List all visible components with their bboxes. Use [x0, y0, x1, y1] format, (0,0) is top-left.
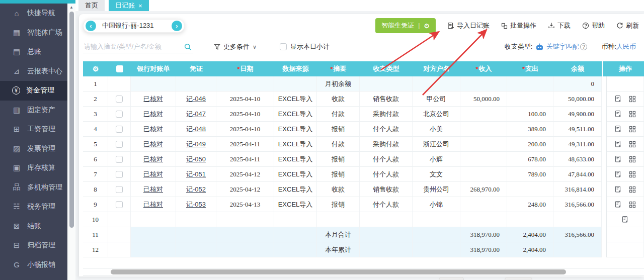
delete-voucher-icon[interactable]	[614, 185, 622, 193]
search-input[interactable]	[83, 40, 193, 53]
required-marker: *	[475, 65, 478, 73]
col-header-actions: 操作	[607, 61, 644, 76]
more-actions-icon[interactable]	[629, 126, 636, 133]
bank-statement-link[interactable]: 已核对	[143, 200, 163, 209]
search-icon[interactable]	[184, 43, 192, 51]
bank-statement-link[interactable]: 已核对	[143, 155, 163, 164]
bank-statement-link[interactable]: 已核对	[143, 125, 163, 134]
clipped-footer-button[interactable]	[439, 277, 464, 280]
row-checkbox[interactable]	[116, 126, 123, 133]
sidebar-item-invoice-mgmt[interactable]: ▨发票管理	[0, 139, 67, 159]
voucher-link[interactable]: 记-052	[186, 185, 206, 194]
cell-actions	[607, 152, 644, 167]
cell-voucher: 记-048	[176, 122, 216, 137]
row-checkbox[interactable]	[116, 186, 123, 193]
delete-voucher-icon[interactable]	[614, 201, 622, 208]
row-checkbox[interactable]	[116, 96, 123, 103]
smart-voucher-button[interactable]: 智能生凭证 | ⚙	[375, 18, 436, 33]
voucher-link[interactable]: 记-050	[186, 155, 206, 164]
more-actions-icon[interactable]	[629, 96, 636, 103]
col-header-voucher: 凭证	[176, 61, 216, 76]
sidebar-item-xiaochang[interactable]: G小畅报销	[0, 255, 67, 275]
voucher-link[interactable]: 记-048	[186, 125, 206, 134]
download-button[interactable]: 下载	[548, 21, 571, 30]
row-checkbox[interactable]	[116, 201, 123, 208]
bank-statement-link[interactable]: 已核对	[143, 110, 163, 119]
tab-home[interactable]: 首页	[78, 0, 105, 11]
sidebar-item-label: 固定资产	[27, 106, 55, 115]
account-selector-value: 中国银行-丽-1231	[101, 21, 167, 30]
more-actions-icon[interactable]	[629, 111, 636, 118]
daily-subtotal-toggle[interactable]: 显示本日小计	[280, 42, 330, 51]
sidebar-item-inventory[interactable]: ▣库存核算	[0, 158, 67, 178]
horizontal-scrollbar-thumb[interactable]	[111, 269, 566, 274]
more-actions-icon[interactable]	[629, 171, 636, 178]
refresh-button[interactable]: 刷新	[616, 21, 639, 30]
column-settings-gear-icon[interactable]: ⚙	[93, 65, 99, 73]
voucher-link[interactable]: 记-049	[186, 140, 206, 149]
more-actions-icon[interactable]	[629, 186, 636, 193]
keyword-help-icon[interactable]: ?	[580, 43, 587, 50]
delete-voucher-icon[interactable]	[614, 170, 622, 178]
bank-statement-link[interactable]: 已核对	[143, 170, 163, 179]
table-row: 7已核对记-0512025-04-12EXCEL导入报销付个人款文文789.00…	[83, 167, 644, 182]
required-marker: *	[522, 65, 525, 73]
more-actions-icon[interactable]	[629, 201, 636, 208]
row-checkbox[interactable]	[116, 111, 123, 118]
delete-voucher-icon[interactable]	[614, 125, 622, 133]
delete-voucher-icon[interactable]	[614, 110, 622, 118]
sidebar-item-tax-mgmt[interactable]: ☵税务管理	[0, 197, 67, 217]
account-selector[interactable]: ‹ 中国银行-丽-1231 ›	[83, 19, 185, 33]
row-checkbox[interactable]	[116, 156, 123, 163]
delete-voucher-icon[interactable]	[614, 140, 622, 148]
prev-account-icon[interactable]: ‹	[86, 21, 96, 31]
sidebar-item-agent-plaza[interactable]: ▦智能体广场	[0, 23, 67, 43]
sidebar-scrollbar-thumb[interactable]	[69, 12, 74, 228]
sidebar-item-closing[interactable]: ⊠结账	[0, 217, 67, 236]
sidebar-item-cloud-report[interactable]: ⊿云报表中心	[0, 62, 67, 81]
bank-statement-link[interactable]: 已核对	[143, 95, 163, 104]
currency-value[interactable]: 人民币	[616, 42, 636, 51]
row-checkbox[interactable]	[116, 141, 123, 148]
daily-subtotal-checkbox[interactable]	[280, 43, 287, 50]
gear-icon[interactable]: ⚙	[424, 22, 430, 30]
batch-actions-button[interactable]: 批量操作	[501, 21, 536, 30]
cell-select	[108, 227, 131, 242]
sidebar-item-archive[interactable]: ⊟归档管理	[0, 236, 67, 255]
voucher-link[interactable]: 记-047	[186, 110, 206, 119]
horizontal-scrollbar[interactable]	[83, 268, 644, 275]
import-journal-button[interactable]: 导入日记账	[447, 21, 490, 30]
delete-voucher-icon[interactable]	[621, 216, 629, 223]
scroll-up-icon[interactable]: ▲	[67, 5, 75, 10]
voucher-link[interactable]: 记-053	[186, 200, 206, 209]
cell-source	[274, 227, 317, 242]
more-actions-icon[interactable]	[629, 141, 636, 148]
clipped-footer-button[interactable]	[505, 277, 532, 280]
sidebar-item-multi-org[interactable]: 品多机构管理	[0, 178, 67, 198]
delete-voucher-icon[interactable]	[614, 155, 622, 163]
next-account-icon[interactable]: ›	[172, 21, 182, 31]
voucher-link[interactable]: 记-046	[186, 95, 206, 104]
delete-voucher-icon[interactable]	[614, 95, 622, 103]
row-checkbox[interactable]	[116, 171, 123, 178]
sidebar-item-payroll[interactable]: ⊞工资管理	[0, 120, 67, 139]
help-button[interactable]: 帮助	[582, 21, 605, 30]
cell-voucher: 记-051	[176, 167, 216, 182]
sidebar-scrollbar[interactable]: ▲	[67, 4, 75, 280]
cell-rowno: 10	[83, 212, 108, 227]
tab-journal[interactable]: 日记账 ×	[109, 0, 149, 11]
column-label: 数据来源	[283, 64, 309, 73]
close-icon[interactable]: ×	[138, 3, 142, 9]
bank-statement-link[interactable]: 已核对	[143, 140, 163, 149]
voucher-link[interactable]: 记-051	[186, 170, 206, 179]
more-actions-icon[interactable]	[629, 156, 636, 163]
keyword-match-link[interactable]: 关键字匹配	[546, 42, 579, 51]
sidebar-item-quick-nav[interactable]: ⌂快捷导航	[0, 4, 67, 23]
select-all-checkbox[interactable]	[116, 65, 123, 72]
sidebar-item-funds-mgmt[interactable]: ¥资金管理	[0, 81, 67, 101]
cell-expense: 789.00	[507, 167, 553, 182]
sidebar-item-general-ledger[interactable]: ▤总账	[0, 42, 67, 62]
sidebar-item-fixed-assets[interactable]: ▥固定资产	[0, 101, 67, 120]
bank-statement-link[interactable]: 已核对	[143, 185, 163, 194]
more-conditions-button[interactable]: 更多条件 ∨	[214, 42, 257, 51]
